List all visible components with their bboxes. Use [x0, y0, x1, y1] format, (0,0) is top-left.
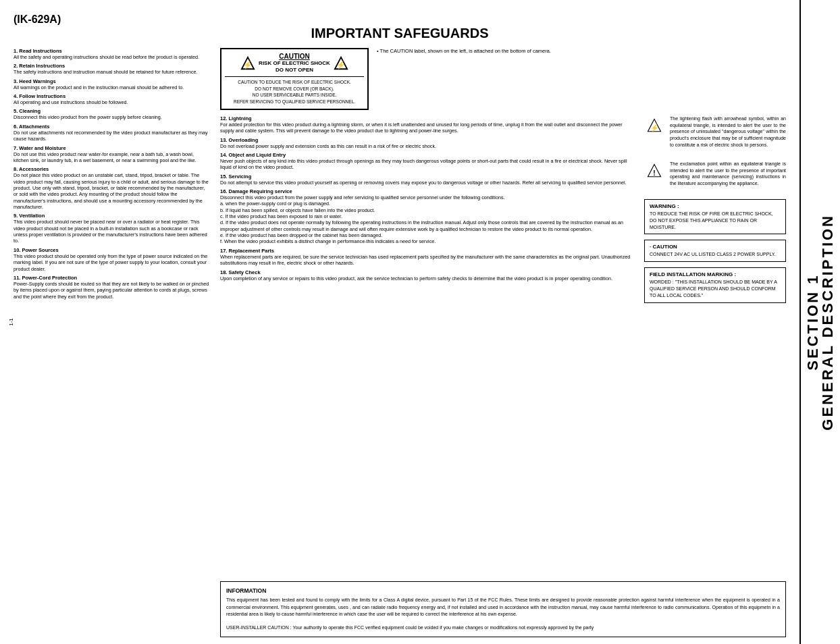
- instruction-5-title: 5. Cleaning: [14, 108, 41, 114]
- caution-note-box: · CAUTION CONNECT 24V AC UL LISTED CLASS…: [644, 240, 786, 262]
- instruction-11: 11. Power-Cord Protection Power-Supply c…: [14, 275, 209, 300]
- instruction-4-title: 4. Follow Instructions: [14, 93, 65, 99]
- instruction-14-body: Never push objects of any kind into this…: [220, 158, 627, 170]
- instruction-17: 17. Replacement Parts When replacement p…: [220, 248, 637, 267]
- section-label: SECTION 1 GENERAL DESCRIPTION: [806, 214, 835, 431]
- instruction-14-title: 14. Object and Liquid Entry: [220, 152, 286, 158]
- instruction-4: 4. Follow Instructions All operating and…: [14, 93, 209, 105]
- instruction-10-title: 10. Power Sources: [14, 247, 59, 253]
- information-body2: USER-INSTALLER CAUTION : Your authority …: [226, 624, 780, 632]
- instruction-17-body: When replacement parts are required, be …: [220, 254, 630, 266]
- instruction-12-title: 12. Lightning: [220, 115, 252, 122]
- model-number: (IK-629A): [14, 14, 61, 26]
- instruction-15: 15. Servicing Do not attempt to service …: [220, 173, 637, 186]
- instruction-6-title: 6. Attachments: [14, 124, 50, 130]
- instruction-6-body: Do not use attachments not recommended b…: [14, 130, 208, 142]
- instructions-12-18: 12. Lightning For added protection for t…: [220, 115, 637, 579]
- warning-box-body: TO REDUCE THE RISK OF FIRE OR ELECTRIC S…: [650, 211, 781, 230]
- caution-box: ⚡ CAUTION RISK OF ELECTRIC SHOCK DO NOT …: [220, 48, 369, 110]
- left-instructions-column: 1. Read Instructions All the safety and …: [14, 48, 209, 637]
- page-number: 1-1: [8, 318, 14, 326]
- instruction-5: 5. Cleaning Disconnect this video produc…: [14, 108, 209, 120]
- warning-box-title: WARNING :: [650, 203, 781, 209]
- exclamation-symbol-icon: !: [644, 161, 664, 181]
- top-right-section: ⚡ CAUTION RISK OF ELECTRIC SHOCK DO NOT …: [220, 48, 786, 110]
- svg-text:!: !: [653, 169, 655, 176]
- right-side-boxes: ⚡ The lightening flash with arrowhead sy…: [644, 115, 786, 579]
- instruction-9: 9. Ventilation This video product should…: [14, 213, 209, 244]
- instruction-6: 6. Attachments Do not use attachments no…: [14, 124, 209, 142]
- caution-body-line4: REFER SERVICING TO QUALIFIED SERVICE PER…: [225, 99, 364, 105]
- instruction-1: 1. Read Instructions All the safety and …: [14, 48, 209, 60]
- instruction-2-title: 2. Retain Instructions: [14, 63, 65, 69]
- instruction-8-body: Do not place this video product on an un…: [14, 172, 209, 210]
- svg-text:⚡: ⚡: [243, 60, 253, 70]
- caution-body-line2: DO NOT REMOVE COVER (OR BACK).: [225, 86, 364, 92]
- symbol-lightning-text: The lightening flash with arrowhead symb…: [670, 115, 786, 149]
- caution-header: ⚡ CAUTION RISK OF ELECTRIC SHOCK DO NOT …: [225, 53, 364, 77]
- instruction-18: 18. Safety Check Upon completion of any …: [220, 269, 637, 281]
- instruction-16-body: Disconnect this video product from the p…: [220, 194, 623, 245]
- instruction-12: 12. Lightning For added protection for t…: [220, 115, 637, 134]
- instruction-2: 2. Retain Instructions The safety instru…: [14, 63, 209, 75]
- svg-text:⚡: ⚡: [650, 123, 659, 132]
- instruction-10-body: This video product should be operated on…: [14, 253, 207, 272]
- caution-label-note: • The CAUTION label, shown on the left, …: [377, 48, 786, 110]
- instruction-18-body: Upon completion of any service or repair…: [220, 275, 612, 281]
- warning-triangle-right: ⚡: [334, 56, 348, 71]
- symbol-exclamation-text: The exclamation point within an equilate…: [670, 161, 786, 187]
- instruction-16: 16. Damage Requiring service Disconnect …: [220, 188, 637, 245]
- vertical-section-label: SECTION 1 GENERAL DESCRIPTION: [799, 0, 840, 644]
- right-column: ⚡ CAUTION RISK OF ELECTRIC SHOCK DO NOT …: [220, 48, 786, 637]
- caution-subtitle-line2: DO NOT OPEN: [259, 67, 330, 74]
- symbol-exclamation: ! The exclamation point within an equila…: [644, 161, 786, 187]
- caution-body-line1: CAUTION TO EDUCE THE RISK OF ELECTRIC SH…: [225, 79, 364, 86]
- instruction-8-title: 8. Accessories: [14, 166, 49, 172]
- caution-body-line3: NO USER SERVICEABLE PARTS INSIDE.: [225, 92, 364, 99]
- instruction-11-title: 11. Power-Cord Protection: [14, 275, 77, 281]
- instruction-13-title: 13. Overloading: [220, 137, 258, 143]
- instruction-3: 3. Heed Warnings All warnings on the pro…: [14, 78, 209, 90]
- information-box: INFORMATION This equipment has been test…: [220, 581, 786, 637]
- instruction-11-body: Power-Supply cords should be routed so t…: [14, 281, 209, 300]
- instruction-9-title: 9. Ventilation: [14, 213, 45, 219]
- instruction-13-body: Do not overload power supply and extensi…: [220, 143, 436, 149]
- instruction-10: 10. Power Sources This video product sho…: [14, 247, 209, 272]
- instruction-14: 14. Object and Liquid Entry Never push o…: [220, 152, 637, 171]
- instruction-7: 7. Water and Moisture Do not use this vi…: [14, 145, 209, 164]
- instruction-2-body: The safety instructions and instruction …: [14, 69, 197, 75]
- page-title: IMPORTANT SAFEGUARDS: [14, 26, 786, 41]
- instruction-1-title: 1. Read Instructions: [14, 48, 62, 54]
- instruction-17-title: 17. Replacement Parts: [220, 248, 274, 254]
- right-instructions-section: 12. Lightning For added protection for t…: [220, 115, 786, 579]
- warning-triangle-left: ⚡: [240, 56, 255, 71]
- instruction-8: 8. Accessories Do not place this video p…: [14, 166, 209, 210]
- caution-body: CAUTION TO EDUCE THE RISK OF ELECTRIC SH…: [225, 79, 364, 105]
- instruction-7-title: 7. Water and Moisture: [14, 145, 66, 151]
- instruction-12-body: For added protection for this video prod…: [220, 122, 623, 134]
- page-header: (IK-629A) IMPORTANT SAFEGUARDS: [14, 14, 786, 41]
- field-installation-body: WORDED : "THIS INSTALLATION SHOULD BE MA…: [650, 279, 781, 298]
- caution-subtitle-line1: RISK OF ELECTRIC SHOCK: [259, 60, 330, 67]
- instruction-3-body: All warnings on the product and in the i…: [14, 84, 184, 90]
- lightning-symbol-icon: ⚡: [644, 115, 664, 136]
- instruction-1-body: All the safety and operating instruction…: [14, 54, 199, 60]
- instruction-9-body: This video product should never be place…: [14, 219, 207, 244]
- caution-note-title: · CAUTION: [650, 244, 781, 250]
- instruction-15-body: Do not attempt to service this video pro…: [220, 180, 627, 186]
- information-title: INFORMATION: [226, 587, 780, 594]
- instruction-4-body: All operating and use instructions shoul…: [14, 99, 128, 105]
- caution-header-text: CAUTION RISK OF ELECTRIC SHOCK DO NOT OP…: [259, 53, 330, 74]
- instruction-7-body: Do not use this video product near water…: [14, 151, 196, 163]
- section-description: GENERAL DESCRIPTION: [819, 214, 836, 431]
- warning-box: WARNING : TO REDUCE THE RISK OF FIRE OR …: [644, 199, 786, 234]
- symbol-lightning: ⚡ The lightening flash with arrowhead sy…: [644, 115, 786, 149]
- instruction-3-title: 3. Heed Warnings: [14, 78, 56, 84]
- instruction-18-title: 18. Safety Check: [220, 269, 261, 275]
- field-installation-title: FIELD INSTALLATION MARKING :: [650, 271, 781, 277]
- caution-note-body: CONNECT 24V AC UL LISTED CLASS 2 POWER S…: [650, 251, 781, 258]
- caution-title: CAUTION: [259, 53, 330, 60]
- svg-text:⚡: ⚡: [336, 60, 346, 70]
- information-body1: This equipment has been tested and found…: [226, 597, 780, 618]
- field-installation-box: FIELD INSTALLATION MARKING : WORDED : "T…: [644, 267, 786, 302]
